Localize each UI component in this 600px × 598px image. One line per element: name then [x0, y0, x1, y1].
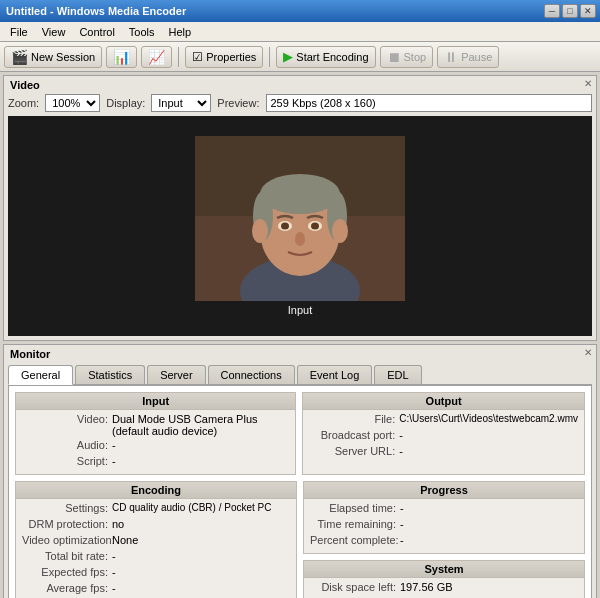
drm-value: no	[112, 518, 290, 532]
stats-button[interactable]: 📊	[106, 46, 137, 68]
disk-space-value: 197.56 GB	[400, 581, 578, 595]
server-value: -	[399, 445, 578, 459]
pause-button[interactable]: ⏸ Pause	[437, 46, 499, 68]
new-session-icon: 🎬	[11, 49, 28, 65]
bitrate-row: Total bit rate: -	[22, 550, 290, 564]
tab-connections[interactable]: Connections	[208, 365, 295, 384]
server-label: Server URL:	[309, 445, 399, 459]
audio-row: Audio: -	[22, 439, 289, 453]
menu-control[interactable]: Control	[73, 24, 120, 40]
video-area: Input	[8, 116, 592, 336]
expected-fps-row: Expected fps: -	[22, 566, 290, 580]
percent-row: Percent complete: -	[310, 534, 578, 548]
tab-server[interactable]: Server	[147, 365, 205, 384]
video-input-label: Input	[195, 304, 405, 316]
optimization-value: None	[112, 534, 290, 548]
remaining-value: -	[400, 518, 578, 532]
drm-label: DRM protection:	[22, 518, 112, 532]
minimize-button[interactable]: ─	[544, 4, 560, 18]
encoding-section: Encoding Settings: CD quality audio (CBR…	[15, 481, 297, 598]
svg-point-11	[281, 223, 289, 230]
remaining-label: Time remaining:	[310, 518, 400, 532]
tab-statistics[interactable]: Statistics	[75, 365, 145, 384]
system-section-content: Disk space left: 197.56 GB Disk time lef…	[304, 578, 584, 598]
avg-fps-value: -	[112, 582, 290, 596]
menu-view[interactable]: View	[36, 24, 72, 40]
audio-value: -	[112, 439, 289, 453]
video-face-display	[195, 136, 405, 301]
start-encoding-label: Start Encoding	[296, 51, 368, 63]
avg-fps-row: Average fps: -	[22, 582, 290, 596]
stats-icon: 📊	[113, 49, 130, 65]
expected-fps-label: Expected fps:	[22, 566, 112, 580]
monitor-panel: Monitor ✕ General Statistics Server Conn…	[3, 344, 597, 598]
stop-icon: ⏹	[387, 49, 401, 65]
properties-button[interactable]: ☑ Properties	[185, 46, 263, 68]
video-frame	[195, 136, 405, 301]
stop-label: Stop	[404, 51, 427, 63]
monitor-panel-close[interactable]: ✕	[584, 347, 592, 358]
elapsed-value: -	[400, 502, 578, 516]
output-section-content: File: C:\Users\Curt\Videos\testwebcam2.w…	[303, 410, 584, 464]
percent-label: Percent complete:	[310, 534, 400, 548]
progress-section-header: Progress	[304, 482, 584, 499]
output-section-header: Output	[303, 393, 584, 410]
title-bar: Untitled - Windows Media Encoder ─ □ ✕	[0, 0, 600, 22]
menu-help[interactable]: Help	[163, 24, 198, 40]
monitor-content: Input Video: Dual Mode USB Camera Plus(d…	[8, 385, 592, 598]
maximize-button[interactable]: □	[562, 4, 578, 18]
optimization-label: Video optimization:	[22, 534, 112, 548]
start-encoding-button[interactable]: ▶ Start Encoding	[276, 46, 375, 68]
disk-space-label: Disk space left:	[310, 581, 400, 595]
svg-point-12	[311, 223, 319, 230]
right-column: Progress Elapsed time: - Time remaining:…	[303, 481, 585, 598]
remaining-row: Time remaining: -	[310, 518, 578, 532]
tab-edl[interactable]: EDL	[374, 365, 421, 384]
menu-tools[interactable]: Tools	[123, 24, 161, 40]
broadcast-value: -	[399, 429, 578, 443]
zoom-select[interactable]: 100% 50% 200%	[45, 94, 100, 112]
settings-label: Settings:	[22, 502, 112, 516]
separator-1	[178, 47, 179, 67]
preview-input[interactable]	[266, 94, 593, 112]
svg-point-15	[332, 219, 348, 243]
tab-general[interactable]: General	[8, 365, 73, 385]
video-panel-title: Video	[10, 79, 40, 91]
pause-label: Pause	[461, 51, 492, 63]
stop-button[interactable]: ⏹ Stop	[380, 46, 434, 68]
video-panel-close[interactable]: ✕	[584, 78, 592, 89]
script-value: -	[112, 455, 289, 469]
broadcast-row: Broadcast port: -	[309, 429, 578, 443]
svg-point-13	[295, 232, 305, 246]
graph-button[interactable]: 📈	[141, 46, 172, 68]
optimization-row: Video optimization: None	[22, 534, 290, 548]
pause-icon: ⏸	[444, 49, 458, 65]
input-section-header: Input	[16, 393, 295, 410]
elapsed-label: Elapsed time:	[310, 502, 400, 516]
output-section: Output File: C:\Users\Curt\Videos\testwe…	[302, 392, 585, 475]
avg-fps-label: Average fps:	[22, 582, 112, 596]
start-encoding-icon: ▶	[283, 49, 293, 64]
display-select[interactable]: Input Output	[151, 94, 211, 112]
system-section: System Disk space left: 197.56 GB Disk t…	[303, 560, 585, 598]
graph-icon: 📈	[148, 49, 165, 65]
disk-space-row: Disk space left: 197.56 GB	[310, 581, 578, 595]
video-panel: Video ✕ Zoom: 100% 50% 200% Display: Inp…	[3, 75, 597, 341]
system-section-header: System	[304, 561, 584, 578]
video-value: Dual Mode USB Camera Plus(default audio …	[112, 413, 289, 437]
video-controls: Zoom: 100% 50% 200% Display: Input Outpu…	[8, 94, 592, 112]
monitor-bottom-grid: Encoding Settings: CD quality audio (CBR…	[15, 481, 585, 598]
drm-row: DRM protection: no	[22, 518, 290, 532]
menu-file[interactable]: File	[4, 24, 34, 40]
close-button[interactable]: ✕	[580, 4, 596, 18]
script-row: Script: -	[22, 455, 289, 469]
separator-2	[269, 47, 270, 67]
monitor-tabs: General Statistics Server Connections Ev…	[8, 365, 592, 385]
encoding-section-content: Settings: CD quality audio (CBR) / Pocke…	[16, 499, 296, 598]
window-controls[interactable]: ─ □ ✕	[544, 4, 596, 18]
tab-event-log[interactable]: Event Log	[297, 365, 373, 384]
new-session-button[interactable]: 🎬 New Session	[4, 46, 102, 68]
settings-row: Settings: CD quality audio (CBR) / Pocke…	[22, 502, 290, 516]
toolbar: 🎬 New Session 📊 📈 ☑ Properties ▶ Start E…	[0, 42, 600, 72]
menu-bar: File View Control Tools Help	[0, 22, 600, 42]
